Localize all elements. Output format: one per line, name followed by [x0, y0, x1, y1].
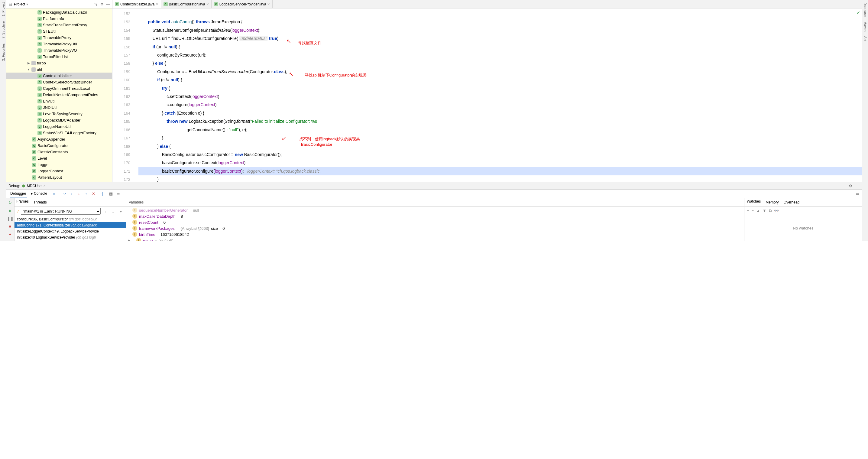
tree-item[interactable]: CDefaultNestedComponentRules: [6, 92, 112, 98]
pause-icon[interactable]: ❚❚: [7, 215, 13, 222]
tab-memory[interactable]: Memory: [766, 200, 779, 205]
tree-item[interactable]: CSTEUtil: [6, 28, 112, 34]
tree-item[interactable]: CCopyOnInheritThreadLocal: [6, 85, 112, 92]
gear-icon[interactable]: ⚙: [99, 2, 104, 7]
variable-row[interactable]: ▶f name = "default": [126, 237, 744, 241]
next-frame-icon[interactable]: ↓: [110, 208, 116, 215]
tree-item[interactable]: CContextSelectorStaticBinder: [6, 79, 112, 85]
layout-icon[interactable]: ▭: [854, 190, 861, 197]
tree-item[interactable]: CClassicConstants: [6, 149, 112, 155]
up-icon[interactable]: ▲: [756, 208, 760, 213]
stop-icon[interactable]: ■: [7, 223, 13, 230]
tree-item[interactable]: CLevel: [6, 155, 112, 161]
tree-item[interactable]: CEnvUtil: [6, 98, 112, 104]
left-tool-rail[interactable]: 2: Favorites 7: Structure 1: Project: [0, 0, 6, 241]
tree-item[interactable]: CLoggerNameUtil: [6, 123, 112, 130]
close-icon[interactable]: ×: [156, 2, 158, 7]
tree-item[interactable]: CLogbackMDCAdapter: [6, 117, 112, 123]
right-tool-rail[interactable]: Database Maven Ant: [862, 0, 868, 241]
tree-item[interactable]: CAsyncAppender: [6, 136, 112, 143]
step-over-icon[interactable]: ⤻: [61, 190, 68, 197]
expand-icon[interactable]: ▼: [27, 68, 30, 71]
editor-tab[interactable]: CBasicConfigurator.java×: [161, 0, 212, 8]
dropdown-icon[interactable]: ▾: [26, 2, 28, 6]
tree-item[interactable]: CStatusViaSLF4JLoggerFactory: [6, 130, 112, 136]
code-content[interactable]: public void autoConfig() throws JoranExc…: [138, 8, 862, 182]
variables-list[interactable]: f sequenceNumberGenerator = nullf maxCal…: [126, 207, 744, 241]
tab-frames[interactable]: Frames: [16, 199, 29, 205]
rail-maven[interactable]: Maven: [864, 22, 867, 31]
rerun-icon[interactable]: ↻: [7, 199, 13, 206]
tree-item[interactable]: CTurboFilterList: [6, 54, 112, 60]
remove-watch-icon[interactable]: −: [752, 208, 754, 213]
rail-ant[interactable]: Ant: [864, 36, 867, 41]
tree-item[interactable]: CThrowableProxyVO: [6, 47, 112, 54]
variable-row[interactable]: f resetCount = 0: [126, 219, 744, 225]
breakpoints-icon[interactable]: ●: [7, 231, 13, 237]
force-step-into-icon[interactable]: ↓: [75, 190, 82, 197]
tree-item[interactable]: CLoggerContext: [6, 168, 112, 174]
editor-tab[interactable]: CLogbackServiceProvider.java×: [212, 0, 273, 8]
tree-item[interactable]: CThrowableProxyUtil: [6, 41, 112, 47]
folder-icon: [31, 67, 36, 72]
frames-list[interactable]: configure:36, BasicConfigurator (ch.qos.…: [14, 216, 126, 241]
filter-icon[interactable]: ▿: [118, 208, 124, 215]
tab-debugger[interactable]: Debugger: [10, 190, 27, 197]
step-out-icon[interactable]: ↑: [83, 190, 89, 197]
tree-item[interactable]: CPackagingDataCalculator: [6, 9, 112, 16]
minimize-icon[interactable]: —: [855, 184, 860, 188]
code-area[interactable]: ✔ 15215315415515615715815916016116216316…: [113, 8, 862, 182]
tree-item[interactable]: CLogger: [6, 161, 112, 168]
rail-structure[interactable]: 7: Structure: [1, 21, 5, 38]
rail-favorites[interactable]: 2: Favorites: [1, 43, 5, 60]
drop-frame-icon[interactable]: ✕: [90, 190, 97, 197]
rail-project[interactable]: 1: Project: [1, 2, 5, 16]
tree-item[interactable]: CPlatformInfo: [6, 16, 112, 22]
copy-icon[interactable]: ⧉: [769, 208, 772, 213]
down-icon[interactable]: ▼: [763, 208, 767, 213]
step-into-icon[interactable]: ↓: [68, 190, 75, 197]
tree-item[interactable]: ▼util: [6, 66, 112, 72]
tab-watches[interactable]: Watches: [747, 199, 761, 205]
rail-database[interactable]: Database: [864, 2, 867, 17]
close-icon[interactable]: ×: [43, 184, 45, 188]
tree-item[interactable]: CBasicConfigurator: [6, 143, 112, 149]
tree-item[interactable]: CJNDIUtil: [6, 104, 112, 111]
prev-frame-icon[interactable]: ↑: [102, 208, 108, 215]
editor-tab[interactable]: CContextInitializer.java×: [113, 0, 161, 8]
frame-row[interactable]: initialize:40 LogbackServiceProvider (ch…: [14, 234, 126, 240]
tree-item[interactable]: ▶turbo: [6, 60, 112, 66]
project-tree[interactable]: CPackagingDataCalculatorCPlatformInfoCSt…: [6, 8, 112, 182]
trace-icon[interactable]: ≣: [115, 190, 122, 197]
glasses-icon[interactable]: 👓: [774, 208, 779, 213]
variable-row[interactable]: f birthTime = 1607159618542: [126, 231, 744, 237]
variable-row[interactable]: f frameworkPackages = {ArrayList@663} si…: [126, 225, 744, 231]
collapse-icon[interactable]: ⇆: [93, 2, 98, 7]
expand-icon[interactable]: ▶: [27, 61, 30, 65]
add-watch-icon[interactable]: +: [747, 208, 749, 213]
tree-item[interactable]: CStackTraceElementProxy: [6, 22, 112, 28]
resume-icon[interactable]: ▶: [7, 207, 13, 214]
tab-console[interactable]: ▸ Console: [31, 190, 48, 197]
frame-row[interactable]: autoConfig:171, ContextInitializer (ch.q…: [14, 222, 126, 228]
run-to-cursor-icon[interactable]: →|: [97, 190, 104, 197]
close-icon[interactable]: ×: [207, 2, 209, 7]
tree-item[interactable]: CThrowableProxy: [6, 34, 112, 41]
variable-row[interactable]: f maxCallerDataDepth = 8: [126, 213, 744, 219]
minimize-icon[interactable]: —: [105, 2, 110, 7]
tab-overhead[interactable]: Overhead: [784, 200, 800, 205]
frame-row[interactable]: configure:36, BasicConfigurator (ch.qos.…: [14, 216, 126, 222]
tree-item[interactable]: CLevelToSyslogSeverity: [6, 111, 112, 117]
variable-row[interactable]: f sequenceNumberGenerator = null: [126, 207, 744, 213]
tree-item[interactable]: CPatternLayout: [6, 174, 112, 181]
evaluate-icon[interactable]: ▦: [107, 190, 114, 197]
tree-item[interactable]: CContextInitializer: [6, 72, 112, 79]
close-icon[interactable]: ×: [268, 2, 270, 7]
threads-icon[interactable]: ≡: [51, 190, 57, 197]
frame-row[interactable]: initializeLoggerContext:49, LogbackServi…: [14, 228, 126, 234]
thread-selector[interactable]: "main"@1 in ...ain": RUNNING: [21, 208, 101, 215]
debug-config[interactable]: MDCUse: [27, 184, 42, 188]
tab-threads[interactable]: Threads: [34, 200, 47, 205]
project-title[interactable]: Project: [14, 2, 25, 6]
gear-icon[interactable]: ⚙: [848, 184, 853, 188]
